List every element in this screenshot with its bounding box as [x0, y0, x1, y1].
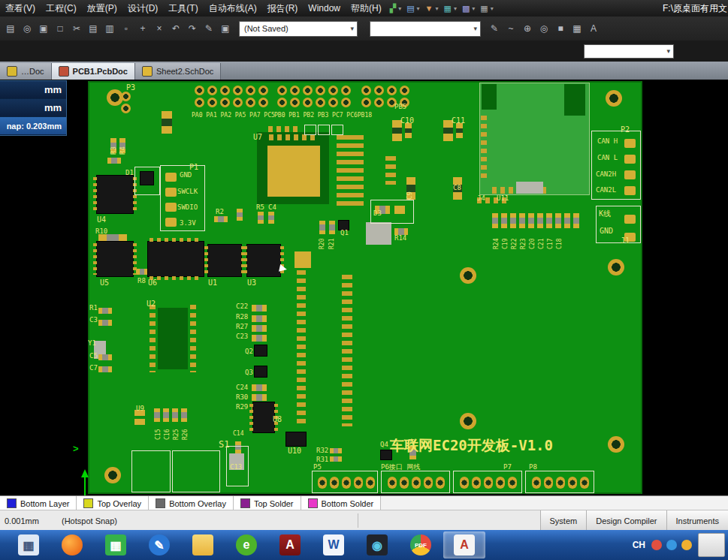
- pcb-part-ic[interactable]: [286, 432, 306, 446]
- p3-pads[interactable]: [119, 90, 132, 114]
- new-document-icon[interactable]: ▤: [3, 21, 18, 36]
- pad[interactable]: [374, 98, 384, 107]
- pad[interactable]: [233, 98, 243, 107]
- move-icon[interactable]: +: [135, 21, 150, 36]
- j1-pads[interactable]: [623, 210, 637, 246]
- pad[interactable]: [341, 98, 351, 107]
- taskbar-app-word[interactable]: W: [313, 531, 355, 558]
- pad[interactable]: [290, 86, 300, 95]
- taskbar-app-firefox[interactable]: [51, 531, 93, 558]
- pcb-part-outline[interactable]: [370, 200, 414, 224]
- room-icon[interactable]: ▩▾: [461, 4, 475, 14]
- layout-paste-icon-caret[interactable]: ▾: [417, 5, 420, 12]
- document-tab-0[interactable]: …Doc: [0, 63, 52, 80]
- pad[interactable]: [556, 477, 565, 489]
- pad[interactable]: [220, 98, 230, 107]
- menu-item-8[interactable]: 帮助(H): [346, 3, 387, 14]
- pcb-part-outline[interactable]: [331, 125, 343, 135]
- paste-icon[interactable]: ▥: [102, 21, 117, 36]
- pad[interactable]: [400, 86, 409, 95]
- pad[interactable]: [328, 98, 338, 107]
- pad[interactable]: [318, 477, 327, 489]
- taskbar-app-calculator[interactable]: ▦: [8, 531, 50, 558]
- array-icon[interactable]: ▦: [569, 21, 585, 36]
- pad[interactable]: [165, 173, 177, 182]
- pad[interactable]: [246, 98, 255, 107]
- copy-icon[interactable]: ▤: [86, 21, 101, 36]
- pad[interactable]: [121, 92, 131, 101]
- header-pb5[interactable]: [360, 84, 411, 108]
- document-tab-2[interactable]: Sheet2.SchDoc: [135, 63, 221, 80]
- p5-pads[interactable]: [316, 475, 376, 489]
- pcb-part-ic[interactable]: [255, 366, 267, 377]
- pad[interactable]: [316, 86, 325, 95]
- pcb-part-outline[interactable]: [318, 125, 330, 135]
- undo-icon[interactable]: ↶: [168, 21, 183, 36]
- pcb-part-outline[interactable]: [131, 450, 171, 492]
- layer-tab-4[interactable]: Bottom Solder: [301, 496, 382, 510]
- pad[interactable]: [354, 477, 363, 489]
- p2-pads[interactable]: [623, 135, 637, 198]
- pcb-part-outline[interactable]: [172, 450, 220, 492]
- tray-icon-blue[interactable]: [666, 540, 677, 550]
- layer-tab-3[interactable]: Top Solder: [234, 496, 301, 510]
- measure-icon[interactable]: ~: [503, 21, 518, 36]
- pad[interactable]: [624, 233, 636, 242]
- quick-route-icon-caret[interactable]: ▾: [398, 5, 401, 12]
- pad[interactable]: [277, 86, 287, 95]
- pad[interactable]: [624, 186, 636, 195]
- taskbar-app-altium[interactable]: A: [443, 531, 485, 558]
- pad[interactable]: [195, 98, 204, 107]
- pad[interactable]: [246, 86, 255, 95]
- grid-icon-caret[interactable]: ▾: [491, 5, 494, 12]
- pad[interactable]: [316, 98, 325, 107]
- pad[interactable]: [412, 477, 421, 489]
- pad[interactable]: [508, 477, 517, 489]
- header-pb[interactable]: [276, 84, 352, 108]
- language-indicator[interactable]: CH: [633, 540, 645, 550]
- pcb-part-ic[interactable]: [381, 450, 391, 459]
- header-pa[interactable]: [193, 84, 270, 108]
- p6-pads[interactable]: [386, 475, 446, 489]
- pcb-part-ic[interactable]: [339, 221, 349, 230]
- pad[interactable]: [388, 477, 397, 489]
- pad[interactable]: [258, 86, 268, 95]
- pcb-part-ic[interactable]: [247, 245, 280, 276]
- menu-item-6[interactable]: 报告(R): [262, 3, 304, 14]
- donut-icon[interactable]: ◎: [536, 21, 551, 36]
- layer-tab-1[interactable]: Top Overlay: [77, 496, 149, 510]
- layout-paste-icon[interactable]: ▤▾: [405, 4, 419, 14]
- pad[interactable]: [342, 477, 351, 489]
- net-color-icon[interactable]: ▦▾: [443, 4, 457, 14]
- menu-item-7[interactable]: Window: [303, 3, 346, 14]
- pad[interactable]: [330, 477, 339, 489]
- menu-item-3[interactable]: 设计(D): [122, 3, 164, 14]
- pad[interactable]: [624, 215, 636, 224]
- pad[interactable]: [544, 477, 553, 489]
- pad[interactable]: [165, 188, 177, 197]
- pad[interactable]: [568, 477, 577, 489]
- layer-tab-0[interactable]: Bottom Layer: [0, 496, 77, 510]
- pcb-board[interactable]: P3PA0 PA1 PA2 PA5 PA7 PC5PB0 PB1 PB2 PB3…: [88, 81, 642, 494]
- text-tool-icon[interactable]: A: [586, 21, 601, 36]
- pad[interactable]: [624, 139, 636, 148]
- pcb-part-outline[interactable]: [304, 125, 316, 135]
- pad[interactable]: [121, 104, 131, 113]
- pad[interactable]: [207, 86, 217, 95]
- grid-icon[interactable]: ▦▾: [479, 4, 493, 14]
- pad[interactable]: [580, 477, 589, 489]
- pad[interactable]: [303, 86, 313, 95]
- layer-tab-2[interactable]: Bottom Overlay: [149, 496, 234, 510]
- pad[interactable]: [387, 98, 397, 107]
- net-color-icon-caret[interactable]: ▾: [454, 5, 457, 12]
- pad[interactable]: [624, 170, 636, 179]
- menu-item-2[interactable]: 放置(P): [82, 3, 122, 14]
- wand-icon[interactable]: ✎: [201, 21, 216, 36]
- pcb-part-ic[interactable]: [255, 345, 267, 356]
- menu-item-5[interactable]: 自动布线(A): [204, 3, 262, 14]
- pad[interactable]: [328, 86, 338, 95]
- pcb-part-ic[interactable]: [253, 402, 274, 432]
- draw-line-icon[interactable]: ✎: [487, 21, 502, 36]
- pcb-part-ic[interactable]: [97, 176, 133, 213]
- secondary-dropdown[interactable]: ▾: [584, 44, 674, 59]
